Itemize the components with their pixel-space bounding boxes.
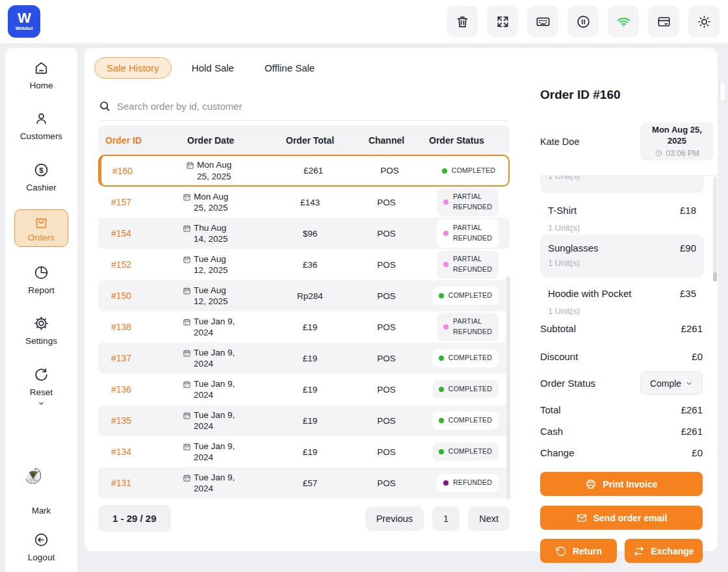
previous-page-button[interactable]: Previous [365, 506, 424, 531]
sidebar-item-cashier[interactable]: $Cashier [5, 162, 77, 192]
table-row[interactable]: #136Tue Jan 9, 2024£19POSCOMPLETED [98, 374, 510, 405]
settings-icon [33, 315, 49, 332]
status-badge: PARTIAL REFUNDED [437, 219, 499, 248]
table-row[interactable]: #154Thu Aug 14, 2025$96POSPARTIAL REFUND… [98, 218, 510, 249]
table-row[interactable]: #134Tue Jan 9, 2024£19POSCOMPLETED [98, 436, 510, 467]
logout-icon [33, 532, 49, 548]
status-badge: COMPLETED [432, 380, 499, 398]
order-id-link[interactable]: #152 [98, 259, 180, 270]
change-label: Change [540, 447, 575, 458]
window-scrollbar-thumb[interactable] [720, 82, 726, 101]
exchange-button[interactable]: Exchange [625, 539, 703, 563]
order-id-link[interactable]: #157 [98, 197, 180, 207]
table-row[interactable]: #137Tue Jan 9, 2024£19POSCOMPLETED [98, 343, 510, 374]
table-row[interactable]: #131Tue Jan 9, 2024£57POSREFUNDED [98, 467, 510, 499]
change-row: Change £0 [540, 447, 703, 458]
channel-cell: POS [349, 385, 424, 395]
order-items-list: 1 Unit(s)T-Shirt1 Unit(s)£18Sunglasses1 … [540, 176, 704, 318]
order-id-link[interactable]: #136 [98, 384, 180, 395]
order-status-row: Order Status Comple [540, 371, 703, 395]
sidebar-user[interactable]: Mark [5, 467, 77, 515]
sidebar-item-settings[interactable]: Settings [5, 315, 77, 346]
order-total-cell: £143 [271, 198, 349, 207]
cash-value: £261 [681, 426, 703, 437]
order-status-cell: REFUNDED [424, 474, 510, 492]
item-qty: 1 Unit(s) [548, 176, 580, 181]
status-dot-icon [439, 356, 444, 361]
item-qty: 1 Unit(s) [548, 306, 580, 316]
subtotal-label: Subtotal [540, 323, 576, 334]
tab-sale-history[interactable]: Sale History [94, 57, 172, 79]
brightness-icon[interactable] [688, 6, 720, 37]
tab-offline-sale[interactable]: Offline Sale [265, 62, 315, 73]
tab-hold-sale[interactable]: Hold Sale [192, 62, 234, 73]
cash-row: Cash £261 [540, 426, 703, 437]
current-page-button[interactable]: 1 [432, 506, 460, 531]
order-id-link[interactable]: #138 [98, 322, 180, 332]
send-order-email-button[interactable]: Send order email [540, 506, 703, 530]
fullscreen-icon[interactable] [487, 6, 518, 37]
card-machine-icon[interactable] [648, 6, 679, 37]
home-icon [33, 60, 49, 76]
user-name: Mark [32, 506, 51, 515]
order-id-link[interactable]: #160 [101, 166, 183, 176]
search-input[interactable] [117, 101, 510, 112]
channel-cell: POS [349, 447, 424, 457]
status-dot-icon [443, 324, 448, 330]
order-id-link[interactable]: #137 [98, 353, 180, 363]
discount-row: Discount £0 [540, 351, 703, 362]
items-scrollbar[interactable] [713, 177, 717, 281]
table-row[interactable]: #150Tue Aug 12, 2025Rp284POSCOMPLETED [98, 280, 510, 311]
table-scrollbar[interactable] [506, 276, 510, 499]
order-id-link[interactable]: #131 [98, 478, 180, 488]
order-item: Sunglasses1 Unit(s)£90 [540, 235, 704, 278]
sidebar-item-report[interactable]: Report [5, 265, 77, 295]
order-status-cell: PARTIAL REFUNDED [424, 219, 510, 248]
table-row[interactable]: #135Tue Jan 9, 2024£19POSCOMPLETED [98, 405, 510, 436]
order-id-link[interactable]: #154 [98, 228, 180, 239]
chevron-down-icon [37, 399, 46, 408]
pause-icon[interactable] [567, 6, 599, 37]
cashier-icon: $ [33, 162, 49, 178]
cash-label: Cash [540, 426, 563, 437]
chevron-down-icon [685, 380, 693, 387]
order-total-cell: £261 [274, 166, 352, 176]
order-status-cell: PARTIAL REFUNDED [424, 313, 510, 341]
wifi-icon[interactable] [608, 6, 639, 37]
order-status-select[interactable]: Comple [640, 371, 703, 395]
sidebar-item-label: Cashier [26, 183, 57, 192]
trash-icon[interactable] [447, 6, 478, 37]
order-id-link[interactable]: #135 [98, 415, 180, 426]
order-date-cell: Tue Jan 9, 2024 [180, 441, 271, 463]
order-date-cell: Mon Aug 25, 2025 [183, 159, 274, 182]
channel-cell: POS [349, 322, 424, 332]
order-date-cell: Tue Jan 9, 2024 [180, 316, 271, 339]
keyboard-icon[interactable] [527, 6, 558, 37]
pagination: 1 - 29 / 29 Previous 1 Next [98, 505, 510, 532]
status-dot-icon [443, 231, 448, 236]
print-invoice-button[interactable]: Print Invoice [540, 472, 703, 496]
sidebar-item-reset[interactable]: Reset [5, 367, 77, 408]
calendar-icon [183, 410, 191, 420]
sidebar-item-orders[interactable]: Orders [14, 209, 68, 247]
table-row[interactable]: #160Mon Aug 25, 2025£261POSCOMPLETED [98, 155, 510, 187]
return-button[interactable]: Return [540, 539, 617, 563]
search-icon [98, 99, 111, 112]
sidebar-item-logout[interactable]: Logout [5, 532, 77, 562]
table-row[interactable]: #138Tue Jan 9, 2024£19POSPARTIAL REFUNDE… [98, 311, 510, 343]
order-id-link[interactable]: #134 [98, 447, 180, 457]
item-name: Sunglasses [548, 242, 599, 254]
table-row[interactable]: #157Mon Aug 25, 2025£143POSPARTIAL REFUN… [98, 187, 510, 218]
sidebar-item-customers[interactable]: Customers [5, 110, 77, 141]
discount-label: Discount [540, 351, 578, 362]
order-id-link[interactable]: #150 [98, 291, 180, 301]
table-row[interactable]: #152Tue Aug 12, 2025£36POSPARTIAL REFUND… [98, 249, 510, 280]
order-time: 03:06 PM [666, 149, 699, 158]
next-page-button[interactable]: Next [468, 506, 510, 531]
order-total-cell: £19 [271, 322, 349, 332]
total-value: £261 [681, 404, 703, 415]
item-price: £18 [680, 205, 696, 216]
sidebar-item-home[interactable]: Home [5, 60, 77, 90]
item-price: £35 [680, 288, 696, 299]
channel-cell: POS [349, 198, 424, 207]
